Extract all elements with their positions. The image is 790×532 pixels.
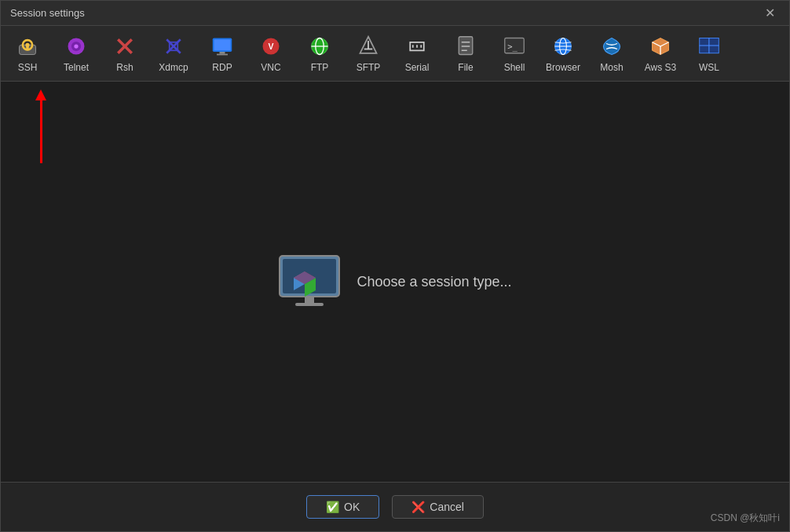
rdp-icon — [210, 34, 235, 59]
session-settings-dialog: Session settings ✕ SSHTelnetRshXdmcpRDPV… — [0, 0, 790, 532]
svg-text:V: V — [268, 42, 273, 51]
content-area: Choose a session type... — [1, 82, 789, 482]
tab-xdmcp-label: Xdmcp — [159, 62, 188, 73]
tab-mosh[interactable]: Mosh — [588, 31, 635, 76]
placeholder-text: Choose a session type... — [357, 274, 511, 290]
tab-vnc-label: VNC — [261, 62, 280, 73]
footer: ✅ OK ❌ Cancel — [1, 482, 789, 531]
tab-wsl[interactable]: WSL — [686, 31, 733, 76]
dialog-title: Session settings — [10, 7, 85, 19]
svg-point-3 — [25, 43, 29, 47]
tab-telnet[interactable]: Telnet — [53, 31, 100, 76]
svg-rect-13 — [214, 39, 231, 50]
tab-xdmcp[interactable]: Xdmcp — [150, 31, 197, 76]
arrow-indicator — [35, 89, 46, 163]
tab-serial-label: Serial — [405, 62, 430, 73]
xdmcp-icon — [161, 34, 186, 59]
rsh-icon — [112, 34, 137, 59]
svg-rect-14 — [220, 52, 225, 54]
svg-rect-38 — [700, 38, 709, 46]
tab-ftp[interactable]: FTP — [296, 31, 343, 76]
tab-shell[interactable]: >_Shell — [491, 31, 538, 76]
tab-file[interactable]: File — [442, 31, 489, 76]
serial-icon — [404, 34, 430, 59]
session-type-tabs: SSHTelnetRshXdmcpRDPVVNCFTPSFTPSerialFil… — [1, 26, 789, 82]
tab-shell-label: Shell — [504, 62, 525, 73]
mosh-icon — [599, 34, 624, 59]
svg-point-6 — [74, 44, 78, 48]
tab-browser-label: Browser — [546, 62, 580, 73]
arrow-line — [40, 100, 42, 163]
telnet-icon — [64, 34, 89, 59]
tab-awss3[interactable]: Aws S3 — [637, 31, 684, 76]
title-bar: Session settings ✕ — [1, 1, 789, 26]
cancel-label: Cancel — [430, 501, 464, 513]
tab-wsl-label: WSL — [699, 62, 719, 73]
session-placeholder: Choose a session type... — [278, 254, 511, 309]
svg-rect-49 — [295, 303, 324, 306]
wsl-icon — [697, 34, 722, 59]
close-button[interactable]: ✕ — [760, 4, 780, 22]
svg-rect-27 — [459, 37, 473, 55]
browser-icon — [550, 34, 576, 59]
tab-ftp-label: FTP — [311, 62, 329, 73]
tab-file-label: File — [458, 62, 473, 73]
tab-sftp-label: SFTP — [357, 62, 381, 73]
ok-label: OK — [344, 501, 360, 513]
awss3-icon — [648, 34, 673, 59]
cancel-icon: ❌ — [411, 501, 425, 513]
tab-vnc[interactable]: VVNC — [247, 31, 294, 76]
svg-rect-41 — [709, 46, 719, 53]
sftp-icon — [356, 34, 381, 59]
arrow-head — [35, 89, 46, 100]
svg-rect-40 — [700, 46, 709, 53]
shell-icon: >_ — [502, 34, 527, 59]
ok-icon: ✅ — [326, 501, 339, 513]
svg-rect-39 — [709, 38, 719, 46]
tab-telnet-label: Telnet — [64, 62, 89, 73]
svg-rect-48 — [305, 297, 314, 303]
tab-rdp[interactable]: RDP — [199, 31, 246, 76]
tab-ssh[interactable]: SSH — [4, 31, 51, 76]
tab-ssh-label: SSH — [18, 62, 38, 73]
ok-button[interactable]: ✅ OK — [306, 495, 379, 519]
ssh-icon — [15, 34, 40, 59]
cancel-button[interactable]: ❌ Cancel — [392, 495, 484, 519]
tab-rsh-label: Rsh — [116, 62, 133, 73]
tab-browser[interactable]: Browser — [539, 31, 587, 76]
tab-awss3-label: Aws S3 — [645, 62, 676, 73]
svg-rect-15 — [217, 54, 228, 56]
tab-serial[interactable]: Serial — [393, 31, 441, 76]
watermark: CSDN @秋知叶i — [711, 512, 780, 525]
vnc-icon: V — [258, 34, 283, 59]
file-icon — [453, 34, 478, 59]
ftp-icon — [307, 34, 332, 59]
tab-sftp[interactable]: SFTP — [345, 31, 392, 76]
tab-mosh-label: Mosh — [600, 62, 623, 73]
tab-rsh[interactable]: Rsh — [101, 31, 148, 76]
svg-text:>_: >_ — [507, 42, 518, 52]
tab-rdp-label: RDP — [212, 62, 232, 73]
monitor-icon — [278, 254, 341, 309]
